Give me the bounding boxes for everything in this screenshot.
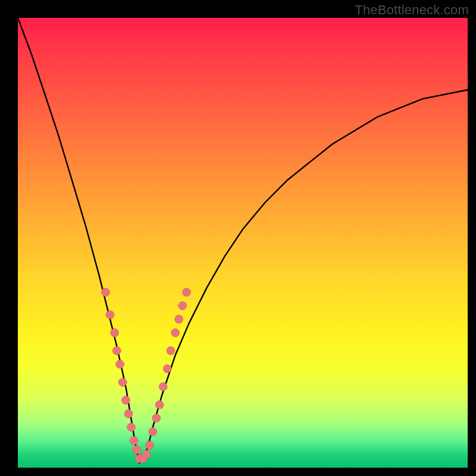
highlight-point	[124, 409, 133, 418]
highlight-point	[155, 400, 164, 409]
highlight-point	[133, 446, 141, 454]
highlight-point	[116, 360, 124, 368]
highlight-points-group	[101, 288, 190, 463]
plot-area	[18, 18, 468, 468]
curve-svg	[18, 18, 468, 468]
highlight-point	[121, 396, 130, 405]
watermark-text: TheBottleneck.com	[355, 2, 469, 18]
highlight-point	[175, 315, 183, 324]
highlight-point	[130, 437, 138, 445]
highlight-point	[118, 378, 127, 386]
highlight-point	[171, 328, 180, 337]
highlight-point	[101, 288, 109, 296]
highlight-point	[152, 414, 161, 422]
chart-frame: TheBottleneck.com	[0, 0, 476, 476]
highlight-point	[178, 302, 187, 310]
highlight-point	[112, 346, 121, 355]
highlight-point	[163, 365, 171, 373]
highlight-point	[149, 428, 157, 436]
highlight-point	[167, 346, 175, 355]
highlight-point	[142, 450, 151, 458]
highlight-point	[127, 423, 136, 431]
bottleneck-curve	[18, 18, 468, 463]
highlight-point	[146, 441, 154, 449]
highlight-point	[159, 383, 167, 391]
highlight-point	[106, 311, 114, 319]
highlight-point	[111, 328, 119, 337]
highlight-point	[183, 288, 191, 296]
